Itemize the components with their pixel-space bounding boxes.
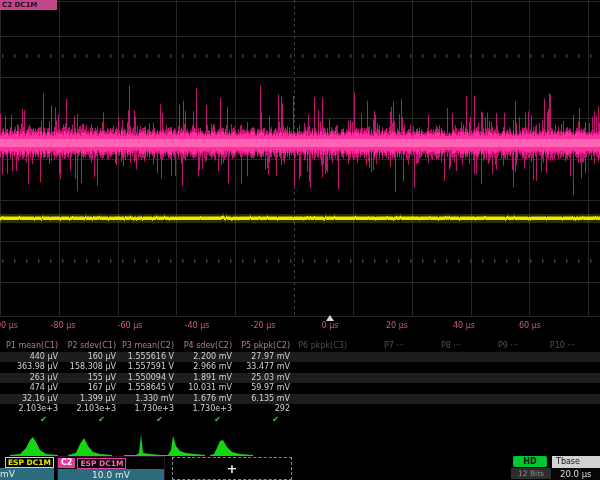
measurement-table: P1 mean(C1) P2 sdev(C1) P3 mean(C2) P4 s…	[0, 341, 600, 425]
value-cell: 1.730e+3	[174, 404, 232, 415]
param-header-p4[interactable]: P4 sdev(C2)	[174, 341, 232, 352]
value-cell: 25.03 mV	[232, 373, 290, 384]
param-header-p5[interactable]: P5 pkpk(C2)	[232, 341, 290, 352]
table-row-status: ✔ ✔ ✔ ✔ ✔	[0, 415, 600, 426]
param-header-p7[interactable]: P7 ···	[347, 341, 404, 352]
timebase-descriptor[interactable]: Tbase 20.0 µs	[552, 456, 600, 480]
value-cell: 474 µV	[0, 383, 58, 394]
value-cell: 6.135 mV	[232, 394, 290, 405]
value-cell: 10.031 mV	[174, 383, 232, 394]
timebase-value: 20.0 µs	[552, 468, 600, 480]
param-header-p11[interactable]: P11	[575, 341, 600, 352]
param-header-p3[interactable]: P3 mean(C2)	[116, 341, 174, 352]
param-header-p6[interactable]: P6 pkpk(C3)	[290, 341, 347, 352]
axis-tick-label: -40 µs	[185, 321, 210, 330]
trigger-position-marker[interactable]	[326, 315, 334, 321]
c2-coupling-label: ESP DC1M	[77, 458, 126, 469]
axis-tick-label: 20 µs	[386, 321, 408, 330]
status-check-icon: ✔	[116, 415, 174, 426]
param-header-p10[interactable]: P10 ···	[518, 341, 575, 352]
value-cell: 2.103e+3	[0, 404, 58, 415]
table-row-mean: 363.98 µV 158.308 µV 1.557591 V 2.966 mV…	[0, 362, 600, 373]
value-cell: 1.557591 V	[116, 362, 174, 373]
value-cell: 263 µV	[0, 373, 58, 384]
table-row-value: 440 µV 160 µV 1.555616 V 2.200 mV 27.97 …	[0, 352, 600, 363]
param-header-p8[interactable]: P8 ···	[404, 341, 461, 352]
c1-scale-value: 10.0 mV	[0, 468, 54, 480]
param-header-p1[interactable]: P1 mean(C1)	[0, 341, 58, 352]
value-cell: 155 µV	[58, 373, 116, 384]
hd-bits-label: 12 Bits	[511, 468, 551, 479]
status-check-icon: ✔	[174, 415, 232, 426]
axis-tick-label: 60 µs	[519, 321, 541, 330]
channel-descriptor-c1[interactable]: ESP DC1M 10.0 mV	[0, 456, 54, 480]
table-row-min: 263 µV 155 µV 1.550094 V 1.891 mV 25.03 …	[0, 373, 600, 384]
axis-tick-label: -20 µs	[251, 321, 276, 330]
value-cell: 1.399 µV	[58, 394, 116, 405]
param-header-p2[interactable]: P2 sdev(C1)	[58, 341, 116, 352]
c1-coupling-label: ESP DC1M	[5, 457, 54, 468]
c2-channel-badge: C2	[58, 458, 75, 468]
timebase-title: Tbase	[552, 456, 600, 468]
value-cell: 1.558645 V	[116, 383, 174, 394]
add-trace-button[interactable]: +	[172, 457, 292, 480]
param-header-p9[interactable]: P9 ···	[461, 341, 518, 352]
value-cell: 1.555616 V	[116, 352, 174, 363]
value-cell: 440 µV	[0, 352, 58, 363]
axis-tick-label: -80 µs	[51, 321, 76, 330]
value-cell: 1.730e+3	[116, 404, 174, 415]
axis-tick-label: -100 µs	[0, 321, 18, 330]
status-check-icon: ✔	[58, 415, 116, 426]
axis-tick-label: 40 µs	[453, 321, 475, 330]
axis-tick-label: 0 µs	[322, 321, 339, 330]
table-row-num: 2.103e+3 2.103e+3 1.730e+3 1.730e+3 292	[0, 404, 600, 415]
trace-annotation-badge: C2 DC1M	[0, 0, 57, 10]
value-cell: 27.97 mV	[232, 352, 290, 363]
value-cell: 33.477 mV	[232, 362, 290, 373]
value-cell: 32.16 µV	[0, 394, 58, 405]
status-check-icon: ✔	[232, 415, 290, 426]
status-check-icon: ✔	[0, 415, 58, 426]
value-cell: 363.98 µV	[0, 362, 58, 373]
value-cell: 158.308 µV	[58, 362, 116, 373]
value-cell: 2.200 mV	[174, 352, 232, 363]
value-cell: 292	[232, 404, 290, 415]
channel-descriptor-c2[interactable]: C2 ESP DC1M 10.0 mV	[57, 456, 165, 480]
hd-mode-badge[interactable]: HD	[513, 456, 547, 467]
value-cell: 59.97 mV	[232, 383, 290, 394]
axis-tick-label: -60 µs	[118, 321, 143, 330]
value-cell: 167 µV	[58, 383, 116, 394]
c2-scale-value: 10.0 mV	[58, 469, 164, 480]
table-row-max: 474 µV 167 µV 1.558645 V 10.031 mV 59.97…	[0, 383, 600, 394]
value-cell: 1.550094 V	[116, 373, 174, 384]
oscilloscope-screen: C2 DC1M -100 µs -80 µs -60 µs -40 µs -20…	[0, 0, 600, 480]
measurement-table-header-row: P1 mean(C1) P2 sdev(C1) P3 mean(C2) P4 s…	[0, 341, 600, 352]
table-row-sdev: 32.16 µV 1.399 µV 1.330 mV 1.676 mV 6.13…	[0, 394, 600, 405]
value-cell: 1.891 mV	[174, 373, 232, 384]
value-cell: 2.966 mV	[174, 362, 232, 373]
value-cell: 1.330 mV	[116, 394, 174, 405]
value-cell: 1.676 mV	[174, 394, 232, 405]
value-cell: 160 µV	[58, 352, 116, 363]
value-cell: 2.103e+3	[58, 404, 116, 415]
